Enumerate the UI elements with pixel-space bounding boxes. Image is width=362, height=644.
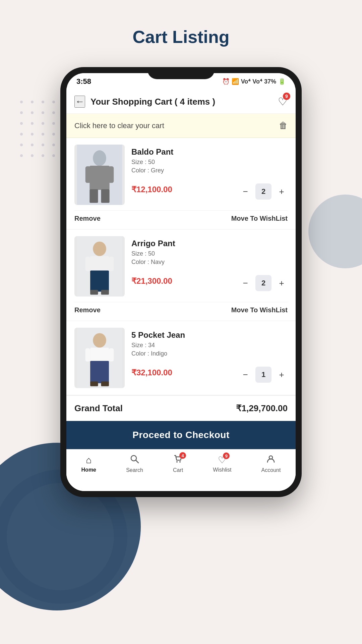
item-details-2: Arrigo Pant Size : 50 Color : Navy ₹21,3… <box>131 236 288 291</box>
nav-item-search[interactable]: Search <box>126 454 143 473</box>
item-price-qty-row-2: ₹21,300.00 − 2 + <box>131 271 288 291</box>
home-icon: ⌂ <box>86 455 92 466</box>
nav-item-home[interactable]: ⌂ Home <box>81 455 96 473</box>
account-icon <box>266 454 276 466</box>
cart-item-main-3: 5 Pocket Jean Size : 34 Color : Indigo ₹… <box>74 328 288 388</box>
status-time: 3:58 <box>76 77 91 86</box>
item-size-3: Size : 34 <box>131 342 288 349</box>
wishlist-nav-badge: 9 <box>223 452 230 459</box>
signal-icon: Vo⁴ <box>241 78 251 85</box>
qty-display-2: 2 <box>255 275 272 291</box>
increase-qty-btn-1[interactable]: + <box>276 185 288 198</box>
cart-item-actions-2: Remove Move To WishList <box>74 302 288 314</box>
svg-point-16 <box>93 333 106 347</box>
item-price-3: ₹32,100.00 <box>131 368 172 377</box>
nav-item-wishlist[interactable]: ♡ 9 Wishlist <box>213 454 231 473</box>
svg-rect-10 <box>90 271 109 292</box>
nav-label-account: Account <box>261 467 281 473</box>
background-dots <box>20 101 58 160</box>
svg-rect-13 <box>90 290 98 294</box>
svg-rect-6 <box>108 166 114 183</box>
item-size-1: Size : 50 <box>131 159 288 166</box>
decrease-qty-btn-2[interactable]: − <box>239 277 251 289</box>
nav-label-home: Home <box>81 467 96 473</box>
increase-qty-btn-2[interactable]: + <box>276 277 288 289</box>
status-icons: ⏰ 📶 Vo⁴ Vo⁴ 37% 🔋 <box>222 78 286 85</box>
svg-point-1 <box>93 150 106 166</box>
nav-label-wishlist: Wishlist <box>213 467 231 473</box>
remove-btn-1[interactable]: Remove <box>74 215 101 222</box>
phone-frame: 3:58 ⏰ 📶 Vo⁴ Vo⁴ 37% 🔋 ← Your Shopping C… <box>60 67 302 497</box>
svg-rect-21 <box>90 381 98 386</box>
svg-rect-2 <box>89 166 109 190</box>
grand-total-amount: ₹1,29,700.00 <box>236 403 288 414</box>
trash-icon[interactable]: 🗑 <box>279 120 288 131</box>
nav-label-search: Search <box>126 467 143 473</box>
clear-cart-text: Click here to clear your cart <box>74 121 164 130</box>
signal2-icon: Vo⁴ <box>252 78 262 85</box>
svg-rect-9 <box>90 256 109 271</box>
wishlist-icon-wrapper: 9 ♡ <box>278 95 288 108</box>
quantity-control-2: − 2 + <box>239 275 288 291</box>
move-to-wishlist-btn-1[interactable]: Move To WishList <box>231 215 288 222</box>
item-name-1: Baldo Pant <box>131 147 288 157</box>
svg-rect-18 <box>90 361 109 383</box>
svg-rect-12 <box>109 257 114 271</box>
quantity-control-1: − 2 + <box>239 183 288 200</box>
cart-item-main-1: Baldo Pant Size : 50 Color : Grey ₹12,10… <box>74 145 288 205</box>
battery-text: 37% <box>264 78 276 85</box>
svg-rect-14 <box>101 290 109 294</box>
item-price-2: ₹21,300.00 <box>131 276 172 286</box>
item-size-2: Size : 50 <box>131 250 288 257</box>
svg-rect-11 <box>85 257 90 271</box>
item-details-3: 5 Pocket Jean Size : 34 Color : Indigo ₹… <box>131 328 288 383</box>
nav-item-account[interactable]: Account <box>261 454 281 473</box>
svg-point-8 <box>93 241 106 256</box>
svg-rect-19 <box>85 348 90 362</box>
svg-rect-20 <box>109 348 114 362</box>
item-name-3: 5 Pocket Jean <box>131 330 288 340</box>
svg-point-26 <box>179 461 181 463</box>
decrease-qty-btn-1[interactable]: − <box>239 185 251 198</box>
item-name-2: Arrigo Pant <box>131 239 288 248</box>
search-icon <box>130 454 139 466</box>
nav-label-cart: Cart <box>173 467 183 473</box>
svg-point-25 <box>176 461 178 463</box>
item-image-3 <box>74 328 125 388</box>
phone-notch <box>147 67 215 79</box>
item-price-1: ₹12,100.00 <box>131 185 172 194</box>
alarm-icon: ⏰ <box>222 78 230 85</box>
battery-icon: 🔋 <box>278 78 286 85</box>
quantity-control-3: − 1 + <box>239 367 288 383</box>
move-to-wishlist-btn-2[interactable]: Move To WishList <box>231 306 288 314</box>
remove-btn-2[interactable]: Remove <box>74 306 101 314</box>
grand-total-label: Grand Total <box>74 403 123 414</box>
item-color-3: Color : Indigo <box>131 350 288 357</box>
checkout-button[interactable]: Proceed to Checkout <box>66 421 296 449</box>
background-circle-small <box>308 195 362 268</box>
item-price-qty-row-3: ₹32,100.00 − 1 + <box>131 363 288 383</box>
phone-screen: 3:58 ⏰ 📶 Vo⁴ Vo⁴ 37% 🔋 ← Your Shopping C… <box>66 73 296 491</box>
svg-rect-22 <box>101 381 109 386</box>
item-details-1: Baldo Pant Size : 50 Color : Grey ₹12,10… <box>131 145 288 200</box>
qty-display-1: 2 <box>255 183 272 200</box>
app-header: ← Your Shopping Cart ( 4 items ) 9 ♡ <box>66 89 296 114</box>
qty-display-3: 1 <box>255 367 272 383</box>
bottom-nav: ⌂ Home Search <box>66 449 296 480</box>
back-button[interactable]: ← <box>74 96 85 108</box>
wishlist-badge: 9 <box>283 93 290 100</box>
decrease-qty-btn-3[interactable]: − <box>239 369 251 381</box>
page-title: Cart Listing <box>133 27 230 47</box>
grand-total-row: Grand Total ₹1,29,700.00 <box>66 395 296 421</box>
clear-cart-banner[interactable]: Click here to clear your cart 🗑 <box>66 114 296 138</box>
svg-rect-17 <box>90 347 109 361</box>
item-image-1 <box>74 145 125 205</box>
svg-line-24 <box>136 460 138 463</box>
cart-item: Baldo Pant Size : 50 Color : Grey ₹12,10… <box>66 138 296 229</box>
nav-item-cart[interactable]: 4 Cart <box>173 454 183 473</box>
increase-qty-btn-3[interactable]: + <box>276 369 288 381</box>
header-title: Your Shopping Cart ( 4 items ) <box>90 97 278 107</box>
svg-rect-3 <box>89 189 98 203</box>
cart-item-main-2: Arrigo Pant Size : 50 Color : Navy ₹21,3… <box>74 236 288 297</box>
item-price-qty-row-1: ₹12,100.00 − 2 + <box>131 179 288 200</box>
